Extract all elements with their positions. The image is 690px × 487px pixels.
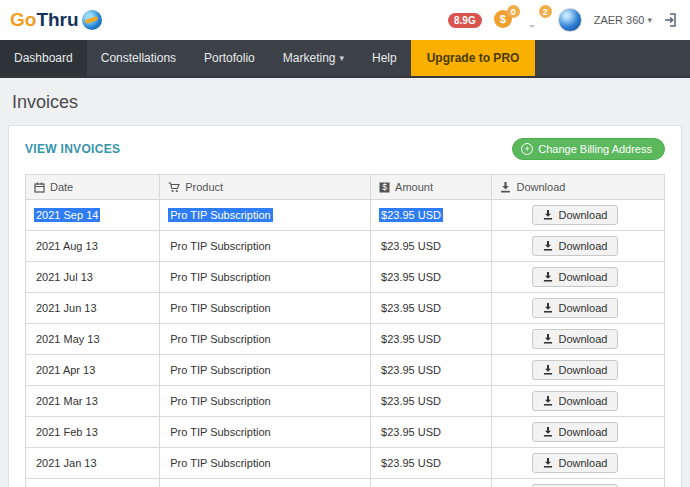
chevron-down-icon: ▾ [647,15,652,25]
invoice-amount: $23.95 USD [371,386,492,417]
invoice-date: 2021 Apr 13 [26,355,160,386]
chevron-down-icon: ▾ [339,53,344,63]
dollar-icon: $ [379,182,390,193]
invoice-date-text: 2021 Mar 13 [34,394,100,408]
invoice-table: Date Product [25,174,665,487]
invoice-date-text: 2021 May 13 [34,332,102,346]
nav-item-portofolio[interactable]: Portofolio [190,40,269,76]
invoice-date: 2021 Feb 13 [26,417,160,448]
invoice-product-text: Pro TIP Subscription [168,332,272,346]
download-cell: Download [492,293,665,324]
table-row: 2021 Sep 14Pro TIP Subscription$23.95 US… [26,200,665,231]
download-button[interactable]: Download [532,391,618,411]
credits-button[interactable]: $ 0 [494,10,514,30]
download-button[interactable]: Download [532,267,618,287]
gear-plus-icon: + [521,143,533,155]
download-cell: Download [492,324,665,355]
invoice-product: Pro TIP Subscription [160,324,371,355]
invoice-date: 2021 Aug 13 [26,231,160,262]
download-button[interactable]: Download [532,422,618,442]
logout-button[interactable] [664,12,680,28]
download-button-label: Download [558,333,607,345]
download-button[interactable]: Download [532,329,618,349]
download-cell: Download [492,417,665,448]
invoice-product-text: Pro TIP Subscription [168,394,272,408]
invoice-amount-text: $23.95 USD [379,239,443,253]
invoice-product: Pro TIP Subscription [160,386,371,417]
invoice-product: Pro TIP Subscription [160,262,371,293]
invoice-product-text: Pro TIP Subscription [168,208,272,222]
invoice-amount: $23.95 USD [371,417,492,448]
logout-icon [664,12,680,28]
gothru-logo[interactable]: GoThru [10,9,102,31]
download-button-label: Download [558,240,607,252]
table-row: 2021 Apr 13Pro TIP Subscription$23.95 US… [26,355,665,386]
invoice-amount: $23.95 USD [371,262,492,293]
invoice-date: 2021 Jun 13 [26,293,160,324]
invoice-amount-text: $23.95 USD [379,363,443,377]
card-header: VIEW INVOICES + Change Billing Address [9,126,681,170]
invoice-amount: $23.95 USD [371,355,492,386]
change-billing-address-button[interactable]: + Change Billing Address [512,138,665,160]
invoice-amount: $23.95 USD [371,293,492,324]
download-button-label: Download [558,209,607,221]
invoices-card: VIEW INVOICES + Change Billing Address D… [8,125,682,487]
download-icon [543,365,553,375]
invoice-date: 2021 Sep 14 [26,200,160,231]
storage-badge[interactable]: 8.9G [448,13,482,28]
messages-count-badge: 2 [539,5,552,18]
messages-button[interactable]: 2 [526,10,546,30]
svg-text:$: $ [382,182,387,192]
cart-icon [168,182,180,193]
upgrade-to-pro-button[interactable]: Upgrade to PRO [411,40,536,76]
column-header-download: Download [492,175,665,200]
section-title: VIEW INVOICES [25,142,120,156]
table-row: 2021 Feb 13Pro TIP Subscription$23.95 US… [26,417,665,448]
invoice-amount-text: $23.95 USD [379,425,443,439]
user-avatar[interactable] [558,8,582,32]
invoice-date: 2021 Jan 13 [26,448,160,479]
download-icon [543,303,553,313]
invoice-date-text: 2021 Jun 13 [34,301,99,315]
user-menu[interactable]: ZAER 360 ▾ [594,14,652,26]
logo-text-thru: Thru [36,9,78,31]
main-nav: Dashboard Constellations Portofolio Mark… [0,40,690,78]
nav-label: Help [372,51,397,65]
table-header-row: Date Product [26,175,665,200]
invoice-product-text: Pro TIP Subscription [168,301,272,315]
nav-item-dashboard[interactable]: Dashboard [0,40,87,76]
nav-item-marketing[interactable]: Marketing ▾ [269,40,358,76]
invoice-product: Pro TIP Subscription [160,200,371,231]
invoice-amount: $23.95 USD [371,231,492,262]
download-button[interactable]: Download [532,205,618,225]
table-row: 2021 Mar 13Pro TIP Subscription$23.95 US… [26,386,665,417]
download-button-label: Download [558,302,607,314]
download-button[interactable]: Download [532,453,618,473]
download-cell: Download [492,479,665,487]
invoice-amount: $23.95 USD [371,448,492,479]
nav-label: Dashboard [14,51,73,65]
download-button[interactable]: Download [532,298,618,318]
nav-item-constellations[interactable]: Constellations [87,40,190,76]
invoice-product: Pro TIP Subscription [160,231,371,262]
download-button-label: Download [558,364,607,376]
download-button-label: Download [558,271,607,283]
column-header-amount: $ Amount [371,175,492,200]
download-cell: Download [492,355,665,386]
nav-item-help[interactable]: Help [358,40,411,76]
invoice-table-body: 2021 Sep 14Pro TIP Subscription$23.95 US… [26,200,665,487]
download-button[interactable]: Download [532,236,618,256]
upgrade-label: Upgrade to PRO [427,51,520,65]
invoice-product-text: Pro TIP Subscription [168,425,272,439]
download-button[interactable]: Download [532,360,618,380]
invoice-date: 2020 Dec 13 [26,479,160,487]
column-header-date: Date [26,175,160,200]
download-button-label: Download [558,426,607,438]
table-row: 2021 Jul 13Pro TIP Subscription$23.95 US… [26,262,665,293]
download-icon [543,334,553,344]
download-icon [543,210,553,220]
calendar-icon [34,182,45,193]
download-icon [543,427,553,437]
download-button-label: Download [558,395,607,407]
download-icon [543,241,553,251]
